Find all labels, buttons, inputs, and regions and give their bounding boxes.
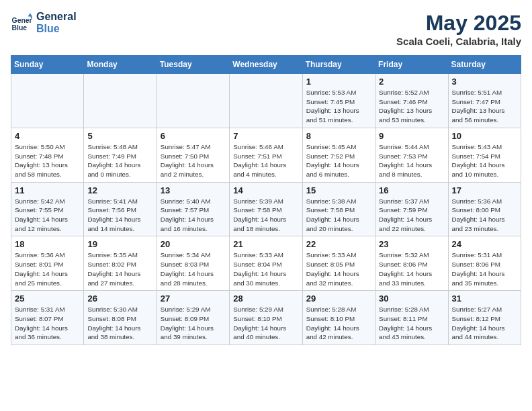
day-info: Sunrise: 5:33 AM Sunset: 8:04 PM Dayligh… [233,250,298,287]
day-number: 25 [15,293,80,304]
day-number: 31 [452,293,517,304]
logo-icon: General Blue [11,12,32,34]
weekday-header-sunday: Sunday [11,56,84,74]
day-cell-29: 29Sunrise: 5:28 AM Sunset: 8:10 PM Dayli… [302,291,375,345]
day-cell-16: 16Sunrise: 5:37 AM Sunset: 7:59 PM Dayli… [375,182,448,236]
day-info: Sunrise: 5:32 AM Sunset: 8:06 PM Dayligh… [379,250,444,287]
logo: General Blue General Blue [11,11,77,34]
day-info: Sunrise: 5:44 AM Sunset: 7:53 PM Dayligh… [379,142,444,179]
day-number: 15 [306,185,371,195]
day-cell-27: 27Sunrise: 5:29 AM Sunset: 8:09 PM Dayli… [157,291,229,345]
weekday-header-wednesday: Wednesday [230,56,302,74]
day-cell-20: 20Sunrise: 5:34 AM Sunset: 8:03 PM Dayli… [157,236,229,291]
day-number: 4 [15,131,80,141]
day-number: 27 [161,293,226,304]
day-cell-5: 5Sunrise: 5:48 AM Sunset: 7:49 PM Daylig… [84,128,157,182]
day-info: Sunrise: 5:31 AM Sunset: 8:07 PM Dayligh… [15,305,80,342]
day-cell-15: 15Sunrise: 5:38 AM Sunset: 7:58 PM Dayli… [302,182,375,236]
day-cell-8: 8Sunrise: 5:45 AM Sunset: 7:52 PM Daylig… [302,128,375,182]
calendar-table: SundayMondayTuesdayWednesdayThursdayFrid… [11,55,521,345]
day-number: 2 [379,77,444,87]
day-number: 22 [306,239,371,249]
day-cell-24: 24Sunrise: 5:31 AM Sunset: 8:06 PM Dayli… [448,236,521,291]
day-info: Sunrise: 5:52 AM Sunset: 7:46 PM Dayligh… [379,88,444,125]
title-section: May 2025 Scala Coeli, Calabria, Italy [396,11,521,47]
week-row-4: 18Sunrise: 5:36 AM Sunset: 8:01 PM Dayli… [11,236,521,291]
day-cell-1: 1Sunrise: 5:53 AM Sunset: 7:45 PM Daylig… [302,74,375,128]
day-cell-13: 13Sunrise: 5:40 AM Sunset: 7:57 PM Dayli… [157,182,229,236]
day-number: 26 [87,293,152,304]
day-number: 18 [15,239,80,249]
day-cell-4: 4Sunrise: 5:50 AM Sunset: 7:48 PM Daylig… [11,128,84,182]
logo-line1: General [36,11,77,23]
week-row-3: 11Sunrise: 5:42 AM Sunset: 7:55 PM Dayli… [11,182,521,236]
weekday-header-tuesday: Tuesday [157,56,229,74]
day-cell-31: 31Sunrise: 5:27 AM Sunset: 8:12 PM Dayli… [448,291,521,345]
day-number: 8 [306,131,371,141]
day-cell-19: 19Sunrise: 5:35 AM Sunset: 8:02 PM Dayli… [84,236,157,291]
empty-cell [11,74,84,128]
day-cell-14: 14Sunrise: 5:39 AM Sunset: 7:58 PM Dayli… [230,182,302,236]
day-info: Sunrise: 5:36 AM Sunset: 8:01 PM Dayligh… [15,250,80,287]
day-cell-3: 3Sunrise: 5:51 AM Sunset: 7:47 PM Daylig… [448,74,521,128]
week-row-5: 25Sunrise: 5:31 AM Sunset: 8:07 PM Dayli… [11,291,521,345]
day-cell-17: 17Sunrise: 5:36 AM Sunset: 8:00 PM Dayli… [448,182,521,236]
day-info: Sunrise: 5:37 AM Sunset: 7:59 PM Dayligh… [379,197,444,234]
day-number: 7 [233,131,298,141]
day-info: Sunrise: 5:29 AM Sunset: 8:10 PM Dayligh… [233,305,298,342]
day-info: Sunrise: 5:43 AM Sunset: 7:54 PM Dayligh… [452,142,517,179]
day-info: Sunrise: 5:40 AM Sunset: 7:57 PM Dayligh… [161,197,226,234]
week-row-2: 4Sunrise: 5:50 AM Sunset: 7:48 PM Daylig… [11,128,521,182]
day-number: 21 [233,239,298,249]
day-number: 6 [161,131,226,141]
day-info: Sunrise: 5:41 AM Sunset: 7:56 PM Dayligh… [87,197,152,234]
day-cell-21: 21Sunrise: 5:33 AM Sunset: 8:04 PM Dayli… [230,236,302,291]
day-number: 13 [161,185,226,195]
weekday-header-row: SundayMondayTuesdayWednesdayThursdayFrid… [11,56,521,74]
month-title: May 2025 [396,11,521,36]
empty-cell [230,74,302,128]
day-cell-22: 22Sunrise: 5:33 AM Sunset: 8:05 PM Dayli… [302,236,375,291]
day-info: Sunrise: 5:31 AM Sunset: 8:06 PM Dayligh… [452,250,517,287]
weekday-header-thursday: Thursday [302,56,375,74]
day-number: 24 [452,239,517,249]
day-cell-2: 2Sunrise: 5:52 AM Sunset: 7:46 PM Daylig… [375,74,448,128]
day-info: Sunrise: 5:50 AM Sunset: 7:48 PM Dayligh… [15,142,80,179]
day-number: 11 [15,185,80,195]
svg-text:General: General [12,17,32,24]
day-cell-11: 11Sunrise: 5:42 AM Sunset: 7:55 PM Dayli… [11,182,84,236]
weekday-header-monday: Monday [84,56,157,74]
day-info: Sunrise: 5:30 AM Sunset: 8:08 PM Dayligh… [87,305,152,342]
day-number: 12 [87,185,152,195]
day-info: Sunrise: 5:45 AM Sunset: 7:52 PM Dayligh… [306,142,371,179]
day-info: Sunrise: 5:53 AM Sunset: 7:45 PM Dayligh… [306,88,371,125]
location: Scala Coeli, Calabria, Italy [396,36,521,47]
day-cell-7: 7Sunrise: 5:46 AM Sunset: 7:51 PM Daylig… [230,128,302,182]
day-info: Sunrise: 5:27 AM Sunset: 8:12 PM Dayligh… [452,305,517,342]
day-number: 19 [87,239,152,249]
day-cell-23: 23Sunrise: 5:32 AM Sunset: 8:06 PM Dayli… [375,236,448,291]
logo-line2: Blue [36,23,77,35]
day-number: 17 [452,185,517,195]
empty-cell [84,74,157,128]
page-container: General Blue General Blue May 2025 Scala… [11,11,521,345]
day-info: Sunrise: 5:38 AM Sunset: 7:58 PM Dayligh… [306,197,371,234]
day-number: 1 [306,77,371,87]
day-info: Sunrise: 5:33 AM Sunset: 8:05 PM Dayligh… [306,250,371,287]
day-info: Sunrise: 5:34 AM Sunset: 8:03 PM Dayligh… [161,250,226,287]
week-row-1: 1Sunrise: 5:53 AM Sunset: 7:45 PM Daylig… [11,74,521,128]
day-cell-26: 26Sunrise: 5:30 AM Sunset: 8:08 PM Dayli… [84,291,157,345]
day-info: Sunrise: 5:36 AM Sunset: 8:00 PM Dayligh… [452,197,517,234]
day-cell-9: 9Sunrise: 5:44 AM Sunset: 7:53 PM Daylig… [375,128,448,182]
day-cell-25: 25Sunrise: 5:31 AM Sunset: 8:07 PM Dayli… [11,291,84,345]
day-info: Sunrise: 5:39 AM Sunset: 7:58 PM Dayligh… [233,197,298,234]
day-cell-6: 6Sunrise: 5:47 AM Sunset: 7:50 PM Daylig… [157,128,229,182]
header: General Blue General Blue May 2025 Scala… [11,11,521,47]
day-number: 20 [161,239,226,249]
day-number: 5 [87,131,152,141]
day-cell-12: 12Sunrise: 5:41 AM Sunset: 7:56 PM Dayli… [84,182,157,236]
day-number: 16 [379,185,444,195]
day-number: 9 [379,131,444,141]
empty-cell [157,74,229,128]
day-number: 29 [306,293,371,304]
